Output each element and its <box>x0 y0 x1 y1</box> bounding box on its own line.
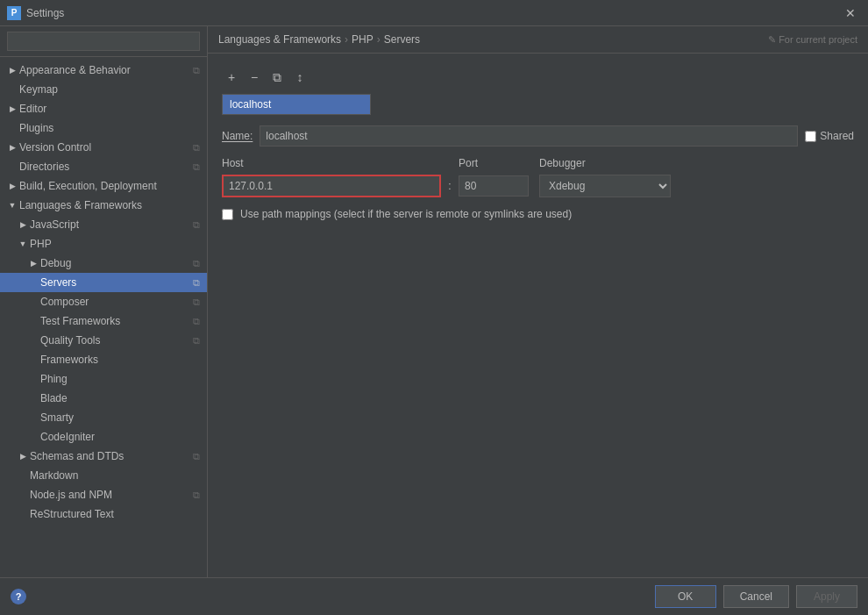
arrow-icon <box>18 490 28 500</box>
app-icon: P <box>7 6 21 20</box>
nav-item-build[interactable]: ▶Build, Execution, Deployment <box>0 176 207 196</box>
nav-item-restructured-text[interactable]: ReStructured Text <box>0 504 207 524</box>
conn-values: : XdebugZend DebuggerNone <box>222 175 854 197</box>
nav-item-quality-tools[interactable]: Quality Tools⧉ <box>0 331 207 350</box>
nav-item-languages[interactable]: ▼Languages & Frameworks <box>0 196 207 215</box>
nav-item-test-frameworks[interactable]: Test Frameworks⧉ <box>0 311 207 331</box>
nav-item-label: Quality Tools <box>40 334 100 347</box>
remove-server-button[interactable]: − <box>245 68 264 87</box>
name-row: Name: Shared <box>222 125 854 147</box>
content-area: + − ⧉ ↕ localhost Name: S <box>208 54 868 577</box>
path-mapping-row: Use path mappings (select if the server … <box>222 208 854 220</box>
name-label: Name: <box>222 130 253 142</box>
close-button[interactable]: ✕ <box>840 4 861 22</box>
server-name-input[interactable] <box>260 125 798 147</box>
port-column-header: Port <box>459 157 529 171</box>
nav-item-editor[interactable]: ▶Editor <box>0 99 207 118</box>
arrow-icon <box>28 374 39 384</box>
port-input[interactable] <box>459 175 529 197</box>
breadcrumb-bar: Languages & Frameworks › PHP › Servers ✎… <box>208 26 868 54</box>
search-box <box>0 26 207 57</box>
host-input[interactable] <box>222 175 441 197</box>
copy-icon: ⧉ <box>193 142 200 154</box>
dialog-title: Settings <box>26 7 840 19</box>
nav-item-label: Frameworks <box>40 354 98 366</box>
arrow-icon <box>18 470 28 481</box>
nav-item-label: Keymap <box>19 83 58 96</box>
arrow-icon: ▶ <box>7 104 18 114</box>
nav-item-appearance[interactable]: ▶Appearance & Behavior⧉ <box>0 61 207 80</box>
nav-item-keymap[interactable]: Keymap <box>0 80 207 99</box>
nav-item-composer[interactable]: Composer⧉ <box>0 292 207 311</box>
nav-item-label: Languages & Frameworks <box>19 199 142 211</box>
nav-item-nodejs-npm[interactable]: Node.js and NPM⧉ <box>0 485 207 504</box>
copy-icon: ⧉ <box>193 490 200 501</box>
arrow-icon <box>28 432 39 442</box>
nav-item-plugins[interactable]: Plugins <box>0 118 207 138</box>
arrow-icon <box>7 161 18 172</box>
nav-item-label: Servers <box>40 276 76 289</box>
nav-item-label: Composer <box>40 296 89 308</box>
arrow-icon <box>28 316 39 326</box>
search-input[interactable] <box>7 32 200 51</box>
arrow-icon: ▶ <box>28 258 39 268</box>
help-button[interactable]: ? <box>11 589 26 604</box>
arrow-icon: ▶ <box>7 142 18 153</box>
copy-icon: ⧉ <box>193 65 200 76</box>
nav-item-codeigniter[interactable]: CodeIgniter <box>0 427 207 447</box>
settings-dialog: P Settings ✕ ▶Appearance & Behavior⧉Keym… <box>0 0 868 615</box>
arrow-icon: ▶ <box>7 181 18 191</box>
nav-item-phing[interactable]: Phing <box>0 369 207 389</box>
ok-button[interactable]: OK <box>655 585 716 608</box>
cancel-button[interactable]: Cancel <box>723 585 789 608</box>
breadcrumb-sep-1: › <box>345 33 348 46</box>
arrow-icon <box>28 277 39 288</box>
nav-item-frameworks[interactable]: Frameworks <box>0 350 207 369</box>
server-list-item[interactable]: localhost <box>223 95 370 114</box>
nav-item-schemas-dtds[interactable]: ▶Schemas and DTDs⧉ <box>0 447 207 466</box>
nav-item-label: JavaScript <box>30 218 79 231</box>
nav-item-label: Smarty <box>40 411 74 424</box>
server-detail: Name: Shared Host Port Debug <box>222 115 854 220</box>
arrow-icon <box>28 393 39 404</box>
nav-item-label: Debug <box>40 257 71 269</box>
arrow-icon <box>7 123 18 133</box>
nav-item-smarty[interactable]: Smarty <box>0 408 207 427</box>
nav-item-markdown[interactable]: Markdown <box>0 466 207 485</box>
nav-item-javascript[interactable]: ▶JavaScript⧉ <box>0 215 207 234</box>
nav-item-label: Appearance & Behavior <box>19 64 131 76</box>
nav-item-label: Markdown <box>30 469 78 482</box>
arrow-icon <box>28 412 39 423</box>
debugger-select[interactable]: XdebugZend DebuggerNone <box>539 175 671 197</box>
copy-icon: ⧉ <box>193 316 200 327</box>
left-panel: ▶Appearance & Behavior⧉Keymap▶EditorPlug… <box>0 26 208 577</box>
apply-button[interactable]: Apply <box>796 585 857 608</box>
nav-item-label: Phing <box>40 373 68 385</box>
colon-separator: : <box>441 180 459 192</box>
nav-item-servers[interactable]: Servers⧉ <box>0 273 207 292</box>
shared-checkbox[interactable] <box>805 131 816 142</box>
nav-item-label: CodeIgniter <box>40 431 95 443</box>
nav-item-version-control[interactable]: ▶Version Control⧉ <box>0 138 207 157</box>
copy-icon: ⧉ <box>193 335 200 347</box>
nav-item-blade[interactable]: Blade <box>0 389 207 408</box>
arrow-icon: ▶ <box>7 65 18 75</box>
nav-item-php[interactable]: ▼PHP <box>0 234 207 254</box>
breadcrumb-item-2: PHP <box>352 33 374 46</box>
nav-item-debug[interactable]: ▶Debug⧉ <box>0 254 207 273</box>
path-mapping-checkbox[interactable] <box>222 209 233 220</box>
nav-item-label: Schemas and DTDs <box>30 450 124 462</box>
right-panel: Languages & Frameworks › PHP › Servers ✎… <box>208 26 868 577</box>
move-server-button[interactable]: ↕ <box>290 68 309 87</box>
host-column-header: Host <box>222 157 441 171</box>
add-server-button[interactable]: + <box>222 68 241 87</box>
shared-checkbox-container: Shared <box>805 130 854 142</box>
copy-server-button[interactable]: ⧉ <box>267 68 287 87</box>
nav-item-directories[interactable]: Directories⧉ <box>0 157 207 176</box>
nav-item-label: Blade <box>40 392 68 404</box>
copy-icon: ⧉ <box>193 161 200 173</box>
breadcrumb-item-1: Languages & Frameworks <box>218 33 341 46</box>
nav-tree: ▶Appearance & Behavior⧉Keymap▶EditorPlug… <box>0 57 207 577</box>
breadcrumb-note: ✎ For current project <box>768 34 857 46</box>
nav-item-label: Build, Execution, Deployment <box>19 180 157 192</box>
